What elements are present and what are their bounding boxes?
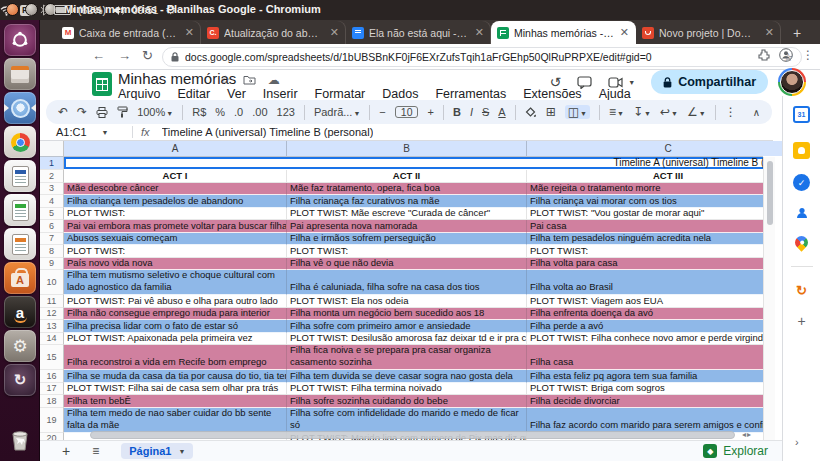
- cell-B8[interactable]: PLOT TWIST:: [287, 245, 527, 258]
- cell-B11[interactable]: PLOT TWIST: Ela nos odeia: [287, 295, 527, 308]
- all-sheets-button[interactable]: ≡: [92, 444, 99, 458]
- cell-C12[interactable]: Filha enfrenta doença da avó: [527, 308, 763, 321]
- row-header-3[interactable]: 3: [40, 183, 64, 196]
- row-header-17[interactable]: 17: [40, 383, 64, 396]
- account-avatar[interactable]: [778, 68, 806, 96]
- browser-tab-3[interactable]: Ela não está aqui - Docum✕: [346, 21, 491, 44]
- cell-C9[interactable]: Filha volta para casa: [527, 258, 763, 271]
- cell-B4[interactable]: Filha crianaça faz curativos na mãe: [287, 195, 527, 208]
- cell-B14[interactable]: PLOT TWIST: Desilusão amorosa faz deixar…: [287, 333, 527, 346]
- menu-ferramentas[interactable]: Ferramentas: [433, 87, 508, 101]
- cell-C10[interactable]: Filha volta ao Brasil: [527, 270, 763, 295]
- cell-A7[interactable]: Abusos sexuais começam: [64, 233, 287, 246]
- menu-formatar[interactable]: Formatar: [313, 87, 368, 101]
- cell-B3[interactable]: Mãe faz tratamento, opera, fica boa: [287, 183, 527, 196]
- cell-A12[interactable]: Filha não consegue emprego muda para int…: [64, 308, 287, 321]
- cell-A10[interactable]: Filha tem mutismo seletivo e choque cult…: [64, 270, 287, 295]
- maps-icon[interactable]: [793, 234, 810, 251]
- merged-cell-A1-C1[interactable]: Timeline A (universal) Timeline B (perso…: [64, 157, 763, 170]
- horizontal-align-button[interactable]: ≡▼: [609, 106, 624, 118]
- text-color-button[interactable]: A: [498, 107, 505, 118]
- move-folder-icon[interactable]: [243, 75, 256, 85]
- dock-item-software-updater[interactable]: ↻: [4, 364, 36, 396]
- sheets-logo-icon[interactable]: [92, 72, 112, 96]
- tab-close-icon[interactable]: ✕: [329, 26, 340, 39]
- cell-B13[interactable]: Filha sofre com primeiro amor e ansiedad…: [287, 320, 527, 333]
- vertical-scrollbar[interactable]: [763, 157, 775, 440]
- browser-tab-4[interactable]: Minhas memórias - Planil✕: [491, 21, 636, 44]
- get-addons-icon[interactable]: +: [793, 312, 810, 329]
- dock-item-amazon[interactable]: a: [4, 296, 36, 328]
- dock-item-ubuntu[interactable]: [4, 24, 36, 56]
- cell-B10[interactable]: Filha é caluniada, filha sofre na casa d…: [287, 270, 527, 295]
- contacts-icon[interactable]: [793, 204, 810, 221]
- dock-item-ubuntu-software[interactable]: A: [4, 262, 36, 294]
- menu-ver[interactable]: Ver: [225, 87, 248, 101]
- cell-C15[interactable]: Filha casa: [527, 345, 763, 370]
- cell-B9[interactable]: Filha vê o que não devia: [287, 258, 527, 271]
- cell-C7[interactable]: Filha tem pesadelos ninguém acredita nel…: [527, 233, 763, 246]
- cell-C6[interactable]: Pai casa: [527, 220, 763, 233]
- row-header-8[interactable]: 8: [40, 245, 64, 258]
- row-header-1[interactable]: 1: [40, 157, 64, 170]
- cell-C3[interactable]: Mãe rejeita o tratamento morre: [527, 183, 763, 196]
- window-close-button[interactable]: [6, 3, 19, 16]
- back-button[interactable]: ←: [92, 48, 105, 63]
- text-wrap-button[interactable]: ↩▼: [660, 106, 678, 118]
- cell-C14[interactable]: PLOT TWIST: Filha conhece novo amor e pe…: [527, 333, 763, 346]
- decrease-font-size-button[interactable]: −: [379, 107, 385, 118]
- cell-A13[interactable]: Filha precisa lidar com o fato de estar …: [64, 320, 287, 333]
- cell-C16[interactable]: Filha esta feliz pq agora tem sua famili…: [527, 370, 763, 383]
- cell-A17[interactable]: PLOT TWIST: Filha sai de casa sem olhar …: [64, 383, 287, 396]
- new-tab-button[interactable]: +: [789, 25, 805, 44]
- row-header-9[interactable]: 9: [40, 258, 64, 271]
- row-header-15[interactable]: 15: [40, 345, 64, 370]
- cell-B19[interactable]: Filha sofre com infidelidade do marido e…: [287, 408, 527, 433]
- zoom-select[interactable]: 100%▼: [137, 107, 173, 118]
- add-sheet-button[interactable]: +: [62, 443, 70, 459]
- tab-close-icon[interactable]: ✕: [474, 26, 485, 39]
- cell-C13[interactable]: Filha perde a avó: [527, 320, 763, 333]
- undo-button[interactable]: ↶: [58, 106, 68, 118]
- cell-B7[interactable]: Filha e irmãos sofrem perseguição: [287, 233, 527, 246]
- vertical-scrollbar-thumb[interactable]: [767, 161, 773, 225]
- cell-A4[interactable]: Filha criança tem pesadelos de abandono: [64, 195, 287, 208]
- cell-A16[interactable]: Filha se muda da casa da tia por causa d…: [64, 370, 287, 383]
- dock-item-libreoffice-impress[interactable]: [4, 228, 36, 260]
- strikethrough-button[interactable]: S: [482, 107, 489, 118]
- format-percent-button[interactable]: %: [215, 107, 225, 118]
- cell-A6[interactable]: Pai vai embora mas promete voltar para b…: [64, 220, 287, 233]
- borders-button[interactable]: ⊞: [546, 106, 556, 118]
- cell-A5[interactable]: PLOT TWIST:: [64, 208, 287, 221]
- increase-font-size-button[interactable]: +: [427, 107, 433, 118]
- increase-decimals-button[interactable]: .00: [252, 107, 267, 118]
- share-button[interactable]: Compartilhar: [651, 70, 768, 94]
- fill-color-button[interactable]: [525, 107, 537, 118]
- row-header-14[interactable]: 14: [40, 333, 64, 346]
- hide-menus-button[interactable]: ∧: [753, 107, 760, 118]
- select-all-corner[interactable]: [40, 141, 64, 156]
- horizontal-scrollbar[interactable]: [90, 431, 735, 439]
- paint-format-button[interactable]: [117, 106, 128, 118]
- tab-close-icon[interactable]: ✕: [764, 26, 775, 39]
- document-title[interactable]: Minhas memórias: [118, 70, 236, 87]
- row-header-7[interactable]: 7: [40, 233, 64, 246]
- cell-A15[interactable]: Filha reconstroi a vida em Recife bom em…: [64, 345, 287, 370]
- browser-tab-2[interactable]: C.Atualização do abaixo-ass✕: [201, 21, 346, 44]
- print-button[interactable]: [96, 107, 108, 118]
- cell-B5[interactable]: PLOT TWIST: Mãe escreve "Curada de cânce…: [287, 208, 527, 221]
- horizontal-scroll-arrows[interactable]: ◂▸: [742, 430, 751, 439]
- extensions-puzzle-icon[interactable]: [758, 49, 770, 61]
- dock-item-chrome[interactable]: [4, 126, 36, 158]
- tasks-icon[interactable]: ✓: [793, 174, 810, 191]
- cell-C5[interactable]: PLOT TWIST: "Vou gostar de morar aqui": [527, 208, 763, 221]
- dock-item-libreoffice-calc[interactable]: [4, 194, 36, 226]
- version-history-icon[interactable]: ↺: [550, 74, 562, 90]
- explore-button[interactable]: ◆ Explorar: [703, 444, 768, 458]
- redo-button[interactable]: ↷: [77, 106, 87, 118]
- decrease-decimals-button[interactable]: .0: [234, 107, 243, 118]
- bold-button[interactable]: B: [453, 107, 461, 118]
- menu-arquivo[interactable]: Arquivo: [116, 87, 162, 101]
- vertical-align-button[interactable]: ↧▼: [633, 106, 651, 118]
- row-header-5[interactable]: 5: [40, 208, 64, 221]
